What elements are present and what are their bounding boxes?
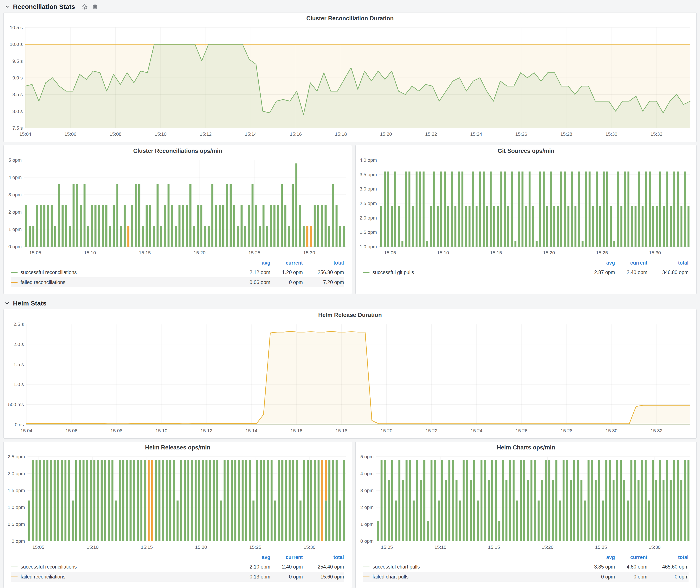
legend-col-total[interactable]: total xyxy=(303,554,344,560)
legend-row-successful-reconciliations: successful reconciliations 2.10 opm 2.40… xyxy=(11,562,344,572)
svg-text:500 ms: 500 ms xyxy=(8,402,24,407)
svg-text:15:30: 15:30 xyxy=(303,544,315,550)
panel-title-cluster-reconciliation-duration[interactable]: Cluster Reconciliation Duration xyxy=(4,13,696,24)
legend-col-avg[interactable]: avg xyxy=(236,260,270,266)
panel-title-cluster-reconciliations[interactable]: Cluster Reconciliations ops/min xyxy=(4,145,352,157)
panel-cluster-reconciliation-duration: Cluster Reconciliation Duration 15:0415:… xyxy=(3,13,697,142)
legend-row-successful-chart-pulls: successful chart pulls 3.85 opm 4.80 opm… xyxy=(363,562,689,572)
series-toggle[interactable]: failed reconciliations xyxy=(11,574,236,580)
section-header-helm-stats[interactable]: Helm Stats xyxy=(3,298,697,309)
legend-header: avg current total xyxy=(363,258,689,267)
series-toggle[interactable]: successful git pulls xyxy=(363,270,580,275)
gear-icon[interactable] xyxy=(82,4,88,10)
git-sources-chart[interactable]: 15:0515:1015:1515:2015:2515:301.0 opm1.5… xyxy=(356,157,696,258)
svg-text:2.5 s: 2.5 s xyxy=(13,321,24,327)
svg-text:15:05: 15:05 xyxy=(384,250,396,255)
legend-col-avg[interactable]: avg xyxy=(236,554,270,560)
total-value: 256.80 opm xyxy=(303,270,344,275)
svg-text:15:10: 15:10 xyxy=(155,131,166,137)
svg-text:15:05: 15:05 xyxy=(381,544,393,550)
legend-col-current[interactable]: current xyxy=(270,554,303,560)
legend-row-successful-git-pulls: successful git pulls 2.87 opm 2.40 opm 3… xyxy=(363,267,689,277)
legend-git-sources: avg current total successful git pulls 2… xyxy=(356,258,696,277)
cluster-reconciliation-duration-chart[interactable]: 15:0415:0615:0815:1015:1215:1415:1615:18… xyxy=(4,24,696,140)
chevron-down-icon[interactable] xyxy=(4,300,10,306)
panel-title-helm-releases[interactable]: Helm Releases ops/min xyxy=(4,442,352,453)
helm-charts-chart[interactable]: 15:0515:1015:1515:2015:2515:300 opm1 opm… xyxy=(356,453,696,553)
svg-text:1 opm: 1 opm xyxy=(8,227,22,232)
legend-col-current[interactable]: current xyxy=(270,260,303,266)
svg-text:15:10: 15:10 xyxy=(434,544,446,550)
avg-value: 0.13 opm xyxy=(236,574,270,580)
svg-text:15:24: 15:24 xyxy=(471,428,482,433)
svg-text:15:04: 15:04 xyxy=(19,131,31,137)
svg-text:15:14: 15:14 xyxy=(245,428,257,433)
series-toggle[interactable]: successful reconciliations xyxy=(11,270,236,275)
series-toggle[interactable]: failed chart pulls xyxy=(363,574,580,580)
series-label[interactable]: successful chart pulls xyxy=(373,564,420,570)
legend-header: avg current total xyxy=(11,258,344,267)
panel-title-helm-charts[interactable]: Helm Charts ops/min xyxy=(356,442,696,453)
svg-text:1.5 s: 1.5 s xyxy=(13,362,24,367)
series-label[interactable]: failed chart pulls xyxy=(373,574,408,580)
series-color-swatch xyxy=(11,577,18,577)
svg-text:3.5 opm: 3.5 opm xyxy=(360,172,377,177)
svg-text:10.0 s: 10.0 s xyxy=(10,42,23,47)
legend-col-total[interactable]: total xyxy=(647,554,689,560)
svg-text:10.5 s: 10.5 s xyxy=(10,25,23,30)
series-toggle[interactable]: successful reconciliations xyxy=(11,564,236,570)
series-label[interactable]: successful git pulls xyxy=(373,270,414,275)
svg-text:15:30: 15:30 xyxy=(606,428,618,433)
legend-cluster-reconciliations: avg current total successful reconciliat… xyxy=(4,258,352,287)
svg-text:4.0 opm: 4.0 opm xyxy=(360,157,377,163)
series-label[interactable]: successful reconciliations xyxy=(21,564,77,570)
section-header-reconciliation-stats[interactable]: Reconciliation Stats xyxy=(3,1,697,12)
current-value: 0 opm xyxy=(270,279,303,285)
legend-col-avg[interactable]: avg xyxy=(580,260,615,266)
svg-text:7.5 s: 7.5 s xyxy=(12,125,23,131)
svg-text:2.5 opm: 2.5 opm xyxy=(8,454,25,459)
legend-col-total[interactable]: total xyxy=(303,260,344,266)
svg-text:15:15: 15:15 xyxy=(141,544,153,550)
avg-value: 2.12 opm xyxy=(236,270,270,275)
svg-text:3 opm: 3 opm xyxy=(360,488,374,493)
panel-helm-releases: Helm Releases ops/min 15:0515:1015:1515:… xyxy=(3,442,352,588)
svg-text:15:08: 15:08 xyxy=(110,428,122,433)
chevron-down-icon[interactable] xyxy=(4,4,10,10)
helm-release-duration-chart[interactable]: 15:0415:0615:0815:1015:1215:1415:1615:18… xyxy=(4,321,696,436)
series-label[interactable]: failed reconciliations xyxy=(21,279,65,285)
svg-text:15:30: 15:30 xyxy=(649,250,661,255)
legend-col-avg[interactable]: avg xyxy=(580,554,615,560)
series-label[interactable]: failed reconciliations xyxy=(21,574,65,580)
avg-value: 3.85 opm xyxy=(580,564,615,570)
svg-text:0 opm: 0 opm xyxy=(8,244,22,249)
panel-title-helm-release-duration[interactable]: Helm Release Duration xyxy=(4,309,696,321)
svg-text:2.0 opm: 2.0 opm xyxy=(360,215,377,221)
svg-text:15:20: 15:20 xyxy=(381,428,392,433)
svg-text:2.0 opm: 2.0 opm xyxy=(8,471,25,476)
svg-text:1.0 opm: 1.0 opm xyxy=(8,505,25,510)
svg-text:15:26: 15:26 xyxy=(516,428,527,433)
total-value: 346.80 opm xyxy=(647,270,689,275)
legend-col-current[interactable]: current xyxy=(615,260,647,266)
helm-releases-chart[interactable]: 15:0515:1015:1515:2015:2515:300 opm0.5 o… xyxy=(4,453,352,553)
series-toggle[interactable]: successful chart pulls xyxy=(363,564,580,570)
series-toggle[interactable]: failed reconciliations xyxy=(11,279,236,285)
svg-text:15:18: 15:18 xyxy=(335,131,347,137)
series-color-swatch xyxy=(363,272,369,273)
panel-title-git-sources[interactable]: Git Sources ops/min xyxy=(356,145,696,157)
svg-text:15:12: 15:12 xyxy=(200,131,212,137)
svg-text:15:25: 15:25 xyxy=(595,544,607,550)
trash-icon[interactable] xyxy=(92,4,98,10)
avg-value: 2.10 opm xyxy=(236,564,270,570)
panel-helm-charts: Helm Charts ops/min 15:0515:1015:1515:20… xyxy=(355,442,697,588)
legend-row-failed-reconciliations: failed reconciliations 0.06 opm 0 opm 7.… xyxy=(11,277,344,287)
current-value: 1.20 opm xyxy=(270,270,303,275)
legend-col-current[interactable]: current xyxy=(615,554,647,560)
legend-col-total[interactable]: total xyxy=(647,260,689,266)
svg-text:15:22: 15:22 xyxy=(426,428,437,433)
series-label[interactable]: successful reconciliations xyxy=(21,270,77,275)
svg-text:15:25: 15:25 xyxy=(248,250,260,255)
svg-text:15:32: 15:32 xyxy=(650,131,662,137)
cluster-reconciliations-chart[interactable]: 15:0515:1015:1515:2015:2515:300 opm1 opm… xyxy=(4,157,352,258)
